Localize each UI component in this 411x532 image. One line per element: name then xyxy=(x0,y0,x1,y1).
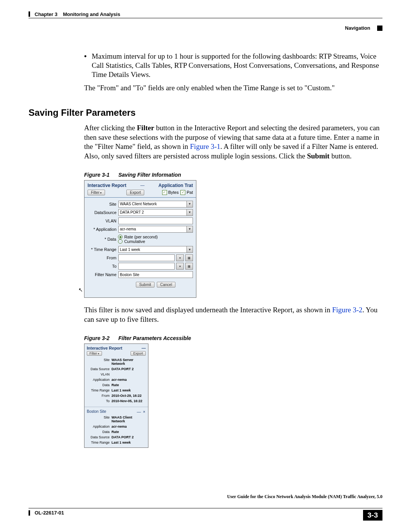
figure-3-1: Interactive Report — Application Trat Fi… xyxy=(84,180,196,298)
filter-button[interactable]: Filter xyxy=(88,190,105,195)
filter-button[interactable]: Filter xyxy=(87,351,102,356)
figure-3-2: Interactive Report— Filter Export SiteWA… xyxy=(84,343,148,448)
calendar-icon[interactable]: ▾ xyxy=(176,254,184,261)
bytes-checkbox[interactable]: ✓Bytes xyxy=(162,190,179,195)
dropdown-icon: ▼ xyxy=(186,226,193,232)
saved-filter-header: Boston Site — × xyxy=(84,407,148,415)
application-select[interactable]: acr-nema▼ xyxy=(118,226,193,233)
body-paragraph: The "From" and "To" fields are only enab… xyxy=(84,83,382,93)
saved-filter-title: Boston Site xyxy=(87,409,106,414)
calendar-icon[interactable]: ▾ xyxy=(176,263,184,270)
panel-title: Interactive Report xyxy=(88,183,126,188)
dropdown-icon: ▼ xyxy=(186,201,193,207)
filter-name-input[interactable]: Boston Site xyxy=(118,271,193,278)
header-bar-icon xyxy=(29,11,30,17)
timerange-select[interactable]: Last 1 week▼ xyxy=(118,246,193,253)
dropdown-icon: ▼ xyxy=(186,246,193,252)
close-icon[interactable]: × xyxy=(143,409,146,414)
site-select[interactable]: WAAS Client Network▼ xyxy=(118,201,193,208)
nav-square-icon xyxy=(377,26,382,31)
cursor-icon: ↖ xyxy=(78,287,185,293)
nav-label: Navigation xyxy=(345,25,370,31)
nav-right: Navigation xyxy=(29,25,382,31)
vlan-input[interactable] xyxy=(118,217,193,224)
export-button[interactable]: Export xyxy=(131,351,146,356)
figure-3-1-link[interactable]: Figure 3-1 xyxy=(190,142,220,150)
footer-bar-icon xyxy=(29,510,30,516)
figure-caption: Figure 3-2 Filter Parameters Accessible xyxy=(84,335,382,341)
app-trat-label: Application Trat xyxy=(158,183,193,188)
running-header: Chapter 3 Monitoring and Analysis xyxy=(29,11,382,17)
body-paragraph: This filter is now saved and displayed u… xyxy=(84,305,382,324)
bullet-text: Maximum interval for up to 1 hour is sup… xyxy=(92,52,382,79)
calendar-icon[interactable]: ▦ xyxy=(185,263,193,270)
figure-3-2-link[interactable]: Figure 3-2 xyxy=(332,306,363,314)
minimize-icon[interactable]: — xyxy=(137,409,142,414)
export-button[interactable]: Export xyxy=(126,190,144,195)
panel-title: Interactive Report— xyxy=(84,344,148,351)
figure-caption: Figure 3-1 Saving Filter Information xyxy=(84,172,382,178)
cumulative-radio[interactable]: Cumulative xyxy=(118,239,145,244)
header-rule xyxy=(29,18,382,18)
from-date-input[interactable] xyxy=(118,254,175,261)
body-paragraph: After clicking the Filter button in the … xyxy=(84,123,382,161)
chapter-label: Chapter 3 xyxy=(35,11,57,17)
datasource-select[interactable]: DATA PORT 2▼ xyxy=(118,209,193,216)
dropdown-icon: ▼ xyxy=(186,209,193,216)
calendar-icon[interactable]: ▦ xyxy=(185,254,193,261)
packets-checkbox[interactable]: ✓Pat xyxy=(180,190,193,195)
to-date-input[interactable] xyxy=(118,263,175,270)
page-number: 3-3 xyxy=(363,510,382,521)
page-footer: User Guide for the Cisco Network Analysi… xyxy=(29,502,382,521)
section-heading: Saving Filter Parameters xyxy=(29,107,382,118)
bullet-item: • Maximum interval for up to 1 hour is s… xyxy=(84,52,382,79)
guide-title: User Guide for the Cisco Network Analysi… xyxy=(29,494,382,500)
rate-radio[interactable]: Rate (per second) xyxy=(118,235,158,239)
chapter-title: Monitoring and Analysis xyxy=(63,11,120,17)
doc-id: OL-22617-01 xyxy=(35,510,64,516)
